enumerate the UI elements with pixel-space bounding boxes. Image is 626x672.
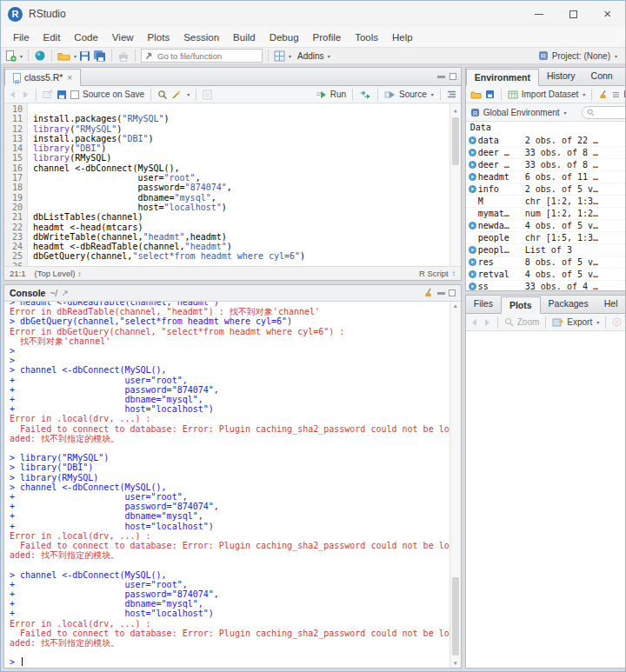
- env-row-data[interactable]: data2 obs. of 22 …: [466, 135, 626, 147]
- expand-icon[interactable]: [468, 136, 478, 144]
- env-row-people[interactable]: peoplechr [1:5, 1:3…: [466, 232, 626, 244]
- open-in-window-icon[interactable]: [62, 289, 69, 296]
- tab-files[interactable]: Files: [466, 296, 501, 313]
- menu-edit[interactable]: Edit: [37, 32, 68, 43]
- code-tools-wand-icon[interactable]: [171, 90, 183, 100]
- env-row-peopl[interactable]: peopl…List of 3: [466, 244, 626, 256]
- open-file-caret-icon[interactable]: ▾: [74, 53, 77, 59]
- goto-file-box[interactable]: [141, 49, 263, 63]
- rerun-icon[interactable]: [359, 90, 371, 99]
- new-file-icon[interactable]: [5, 50, 17, 62]
- menu-debug[interactable]: Debug: [263, 32, 306, 43]
- source-on-save-checkbox[interactable]: [70, 90, 79, 99]
- env-row-info[interactable]: info2 obs. of 5 v…: [466, 183, 626, 196]
- compile-report-icon[interactable]: [203, 90, 212, 100]
- menu-file[interactable]: File: [6, 32, 37, 43]
- find-icon[interactable]: [157, 90, 168, 100]
- plot-forward-icon[interactable]: [483, 318, 491, 327]
- expand-icon[interactable]: [468, 185, 478, 193]
- file-type-selector[interactable]: R Script ↕: [419, 269, 456, 278]
- env-row-retval[interactable]: retval4 obs. of 5 v…: [466, 269, 626, 281]
- source-caret-icon[interactable]: ▾: [431, 91, 434, 97]
- code-text[interactable]: install.packages("RMySQL")library("RMySQ…: [28, 103, 450, 266]
- list-view-icon[interactable]: [612, 91, 620, 98]
- environment-selector[interactable]: Global Environment: [483, 108, 560, 117]
- tab-class5-r[interactable]: class5.R*×: [4, 69, 81, 86]
- export-plot-label[interactable]: Export: [567, 317, 592, 327]
- save-all-icon[interactable]: [93, 50, 106, 62]
- maximize-button[interactable]: [569, 10, 577, 18]
- source-button[interactable]: Source: [399, 90, 427, 99]
- plot-back-icon[interactable]: [470, 318, 479, 327]
- expand-icon[interactable]: [468, 222, 478, 230]
- project-selector[interactable]: R Project: (None) ▾: [538, 50, 621, 61]
- menu-plots[interactable]: Plots: [141, 32, 177, 43]
- save-icon[interactable]: [79, 50, 90, 62]
- import-dataset-caret-icon[interactable]: ▾: [583, 91, 585, 97]
- source-icon[interactable]: [384, 90, 396, 99]
- pane-maximize-icon[interactable]: [450, 73, 456, 80]
- clear-environment-broom-icon[interactable]: [598, 90, 609, 100]
- new-file-caret-icon[interactable]: ▾: [20, 53, 23, 59]
- code-tools-caret-icon[interactable]: ▾: [187, 91, 190, 97]
- tab-history[interactable]: History: [539, 68, 583, 85]
- console-scrollbar[interactable]: ▲ ▼: [450, 302, 461, 668]
- expand-icon[interactable]: [468, 258, 478, 266]
- environment-search-input[interactable]: [597, 107, 626, 117]
- env-row-deer[interactable]: deer_…33 obs. of 8 …: [466, 159, 626, 171]
- zoom-plot-label[interactable]: Zoom: [517, 317, 540, 327]
- minimize-button[interactable]: [535, 14, 543, 15]
- env-row-ss[interactable]: ss33 obs. of 4 …: [466, 281, 626, 290]
- goto-file-input[interactable]: [156, 50, 251, 62]
- pane-layout-icon[interactable]: [274, 50, 285, 62]
- menu-view[interactable]: View: [105, 32, 141, 43]
- export-plot-icon[interactable]: [552, 317, 563, 327]
- tab-environment[interactable]: Environment: [466, 69, 539, 86]
- forward-icon[interactable]: [21, 90, 30, 99]
- env-row-M[interactable]: Mchr [1:2, 1:3…: [466, 196, 626, 208]
- import-dataset-button[interactable]: Import Dataset: [522, 90, 579, 99]
- menu-profile[interactable]: Profile: [306, 32, 349, 43]
- tab-close-icon[interactable]: ×: [67, 73, 72, 83]
- remove-plot-icon[interactable]: [612, 317, 622, 327]
- run-icon[interactable]: [316, 90, 327, 99]
- expand-icon[interactable]: [468, 283, 478, 290]
- console-maximize-icon[interactable]: [449, 289, 456, 296]
- env-row-deer[interactable]: deer_…33 obs. of 8 …: [466, 147, 626, 159]
- console-cursor[interactable]: [22, 657, 23, 666]
- environment-search-box[interactable]: [582, 106, 626, 119]
- pane-layout-caret-icon[interactable]: ▾: [289, 53, 291, 59]
- tab-packages[interactable]: Packages: [541, 296, 596, 313]
- menu-build[interactable]: Build: [226, 32, 263, 43]
- expand-icon[interactable]: [468, 270, 478, 278]
- export-caret-icon[interactable]: ▾: [596, 319, 599, 325]
- expand-icon[interactable]: [468, 173, 478, 181]
- back-icon[interactable]: [9, 90, 17, 99]
- editor-scrollbar[interactable]: ▲: [450, 103, 461, 266]
- environment-selector-caret-icon[interactable]: ▾: [564, 110, 567, 116]
- env-row-headmt[interactable]: headmt6 obs. of 11 …: [466, 171, 626, 183]
- addins-button[interactable]: Addins: [297, 51, 324, 61]
- import-dataset-icon[interactable]: [508, 90, 518, 99]
- save-doc-icon[interactable]: [57, 90, 67, 100]
- open-file-icon[interactable]: [57, 50, 70, 62]
- addins-caret-icon[interactable]: ▾: [328, 53, 330, 59]
- scope-selector[interactable]: (Top Level) ↕: [35, 269, 82, 278]
- env-row-newda[interactable]: newda…4 obs. of 5 v…: [466, 220, 626, 232]
- expand-icon[interactable]: [468, 161, 478, 169]
- clear-console-broom-icon[interactable]: [423, 288, 434, 298]
- menu-tools[interactable]: Tools: [348, 32, 385, 43]
- console-output[interactable]: > headmt <-dbReadTable(channel,"headmt")…: [4, 302, 450, 668]
- env-row-mymat[interactable]: mymat…num [1:2, 1:2…: [466, 208, 626, 220]
- zoom-plot-icon[interactable]: [504, 317, 514, 327]
- menu-code[interactable]: Code: [67, 32, 105, 43]
- menu-help[interactable]: Help: [385, 32, 420, 43]
- expand-icon[interactable]: [468, 246, 478, 254]
- scroll-up-icon[interactable]: ▲: [450, 105, 461, 115]
- popout-icon[interactable]: [43, 90, 53, 99]
- tab-hel[interactable]: Hel: [596, 296, 626, 313]
- new-project-icon[interactable]: [34, 50, 46, 62]
- save-workspace-icon[interactable]: [485, 90, 495, 99]
- expand-icon[interactable]: [468, 149, 478, 156]
- code-editor[interactable]: 1011121314151617181920212223242526 insta…: [4, 103, 461, 266]
